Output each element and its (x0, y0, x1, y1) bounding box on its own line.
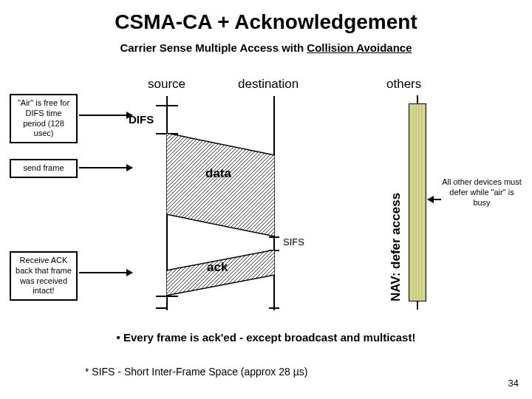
annot-receive-ack: Receive ACK back that frame was received… (10, 251, 78, 301)
arrow-others-defer (428, 199, 441, 200)
arrow-send-frame (79, 167, 132, 168)
subtitle: Carrier Sense Multiple Access with Colli… (0, 41, 532, 54)
tick-final-src (156, 307, 166, 309)
bullet-line: • Every frame is ack'ed - except broadca… (0, 331, 532, 344)
col-source: source (148, 77, 185, 92)
annot-air-free: "Air" is free for DIFS time period (128 … (10, 94, 78, 143)
tick-difs-start (156, 105, 178, 106)
timing-diagram: DIFS data SIFS (133, 96, 414, 310)
arrow-receive-ack (79, 272, 132, 273)
col-others: others (386, 77, 421, 92)
annot-others-defer: All other devices must defer while "air"… (441, 177, 522, 208)
page-title: CSMA-CA + Acknowledgement (0, 0, 532, 34)
tick-sifs-start (269, 236, 279, 238)
page-number: 34 (508, 378, 519, 389)
svg-marker-1 (166, 133, 275, 236)
data-label: data (205, 166, 231, 181)
subtitle-underlined: Collision Avoidance (307, 41, 412, 54)
annot-send-frame: send frame (10, 159, 78, 178)
footnote: * SIFS - Short Inter-Frame Space (approx… (85, 366, 307, 378)
subtitle-prefix: Carrier Sense Multiple Access with (120, 41, 307, 54)
sifs-label: SIFS (283, 236, 304, 248)
nav-defer-bar (409, 103, 426, 301)
tick-ack-end-src (156, 296, 178, 297)
ack-label: ack (207, 260, 228, 275)
bullet-dot: • (117, 331, 123, 344)
bullet-text: Every frame is ack'ed - except broadcast… (123, 331, 415, 344)
difs-label: DIFS (129, 113, 154, 126)
tick-final-dst (269, 307, 279, 309)
col-destination: destination (238, 77, 299, 92)
nav-label: NAV: defer access (389, 193, 403, 301)
data-frame-shape (166, 133, 275, 236)
arrow-air-free (79, 115, 132, 116)
